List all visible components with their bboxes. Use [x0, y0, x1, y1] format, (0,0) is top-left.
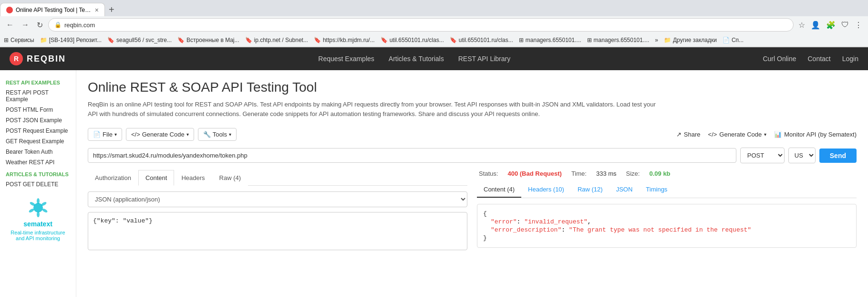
two-col: Authorization Content Headers Raw (4) JS…: [88, 170, 857, 250]
time-value: 333 ms: [596, 170, 617, 177]
svg-point-1: [37, 198, 40, 204]
size-label: Size:: [626, 170, 640, 177]
tab-bar: Online API Testing Tool | Test You... × …: [0, 0, 868, 16]
status-label: Status:: [479, 170, 498, 177]
address-bar-row: ← → ↻ 🔒 reqbin.com ☆ 👤 🧩 🛡 ⋮: [0, 16, 868, 33]
resp-close-brace: }: [483, 234, 487, 242]
bookmark-vstroennye[interactable]: 🔖 Встроенные в Maj...: [177, 37, 239, 43]
sidebar-item-post-request[interactable]: POST Request Example: [0, 126, 76, 136]
toolbar-row: 📄 File ▾ </> Generate Code ▾ 🔧 Tools ▾: [88, 128, 857, 141]
nav-right: Curl Online Contact Login: [763, 55, 858, 63]
tab-content[interactable]: Content: [138, 170, 175, 186]
shield-icon[interactable]: 🛡: [839, 20, 851, 30]
toolbar-left: 📄 File ▾ </> Generate Code ▾ 🔧 Tools ▾: [88, 128, 237, 141]
monitor-button[interactable]: 📊 Monitor API (by Sematext): [774, 131, 857, 138]
bookmark-util2[interactable]: 🔖 util.6550101.ru/clas...: [450, 37, 513, 43]
top-nav: R REQBIN Request Examples Articles & Tut…: [0, 47, 868, 70]
resp-tab-content[interactable]: Content (4): [477, 182, 521, 198]
resp-error-value: "invalid_request": [524, 218, 588, 225]
browser-chrome: Online API Testing Tool | Test You... × …: [0, 0, 868, 47]
logo-icon: R: [10, 52, 23, 65]
bookmark-seagull[interactable]: 🔖 seagull56 / svc_stre...: [107, 37, 172, 43]
nav-request-examples[interactable]: Request Examples: [318, 55, 374, 63]
sidebar-sematext: sematext Real-time infrastructure and AP…: [0, 190, 76, 249]
bookmark-sp[interactable]: 📄 Сп...: [723, 37, 744, 43]
extension-icon[interactable]: 🧩: [824, 20, 837, 31]
tab-close-icon[interactable]: ×: [95, 6, 99, 14]
sidebar-item-bearer[interactable]: Bearer Token Auth: [0, 147, 76, 157]
sidebar: REST API EXAMPLES REST API POST Example …: [0, 70, 76, 297]
bookmark-sb1493[interactable]: 📁 [SB-1493] Репозит...: [40, 37, 102, 43]
generate-code-right-button[interactable]: </> Generate Code ▾: [708, 131, 767, 138]
tab-favicon: [6, 7, 13, 13]
url-input[interactable]: [88, 148, 736, 163]
bookmark-other[interactable]: 📁 Другие закладки: [664, 37, 717, 43]
nav-links: Request Examples Articles & Tutorials RE…: [318, 55, 510, 63]
logo: R REQBIN: [10, 52, 66, 65]
file-button[interactable]: 📄 File ▾: [88, 128, 122, 141]
tools-label: Tools: [213, 131, 227, 138]
sidebar-item-get-request[interactable]: GET Request Example: [0, 136, 76, 147]
address-text: reqbin.com: [64, 21, 787, 29]
forward-button[interactable]: →: [19, 20, 31, 30]
back-button[interactable]: ←: [4, 20, 16, 30]
reload-button[interactable]: ↻: [34, 20, 45, 31]
response-body: { "error": "invalid_request", "error_des…: [477, 204, 857, 248]
send-button[interactable]: Send: [819, 148, 857, 163]
bookmark-ipchtp[interactable]: 🔖 ip.chtp.net / Subnet...: [245, 37, 308, 43]
bookmark-util1[interactable]: 🔖 util.6550101.ru/clas...: [381, 37, 444, 43]
tab-raw[interactable]: Raw (4): [212, 170, 248, 186]
share-label: Share: [684, 131, 701, 138]
bookmark-servisy[interactable]: ⊞ Сервисы: [4, 37, 34, 43]
response-panel: Status: 400 (Bad Request) Time: 333 ms S…: [477, 170, 857, 250]
response-tabs: Content (4) Headers (10) Raw (12) JSON T…: [477, 182, 857, 198]
nav-login[interactable]: Login: [842, 55, 858, 63]
share-icon: ↗: [676, 131, 682, 138]
generate-code-button-left[interactable]: </> Generate Code ▾: [126, 128, 194, 141]
resp-tab-timings[interactable]: Timings: [639, 182, 674, 198]
menu-icon[interactable]: ⋮: [853, 20, 864, 31]
new-tab-button[interactable]: +: [105, 4, 118, 15]
bookmark-mgr2[interactable]: ⊞ managers.6550101....: [587, 37, 650, 43]
json-editor[interactable]: {"key": "value"}: [88, 212, 467, 250]
svg-point-4: [37, 212, 40, 217]
method-select[interactable]: POST GET PUT DELETE: [740, 148, 785, 163]
resp-error-desc-key: "error_description": [491, 226, 561, 233]
sidebar-item-post-json[interactable]: POST JSON Example: [0, 115, 76, 126]
resp-tab-headers[interactable]: Headers (10): [521, 182, 571, 198]
tab-headers[interactable]: Headers: [174, 170, 212, 186]
sidebar-item-post-get-delete[interactable]: POST GET DELETE: [0, 179, 76, 190]
page-title: Online REST & SOAP API Testing Tool: [88, 80, 857, 95]
star-icon[interactable]: ☆: [796, 20, 807, 31]
file-chevron: ▾: [114, 132, 117, 137]
share-button[interactable]: ↗ Share: [676, 131, 701, 138]
resp-error-desc-value: "The grant type was not specified in the…: [569, 226, 751, 233]
resp-tab-raw[interactable]: Raw (12): [571, 182, 610, 198]
content-type-select[interactable]: JSON (application/json): [88, 191, 467, 207]
active-tab[interactable]: Online API Testing Tool | Test You... ×: [0, 3, 105, 16]
sidebar-item-post-example[interactable]: REST API POST Example: [0, 87, 76, 105]
region-select[interactable]: US EU: [788, 148, 816, 163]
nav-articles[interactable]: Articles & Tutorials: [389, 55, 444, 63]
main-content: REST API EXAMPLES REST API POST Example …: [0, 70, 868, 297]
nav-rest-library[interactable]: REST API Library: [458, 55, 510, 63]
request-panel: Authorization Content Headers Raw (4) JS…: [88, 170, 467, 250]
sidebar-item-post-html[interactable]: POST HTML Form: [0, 105, 76, 115]
generate-code-chevron: ▾: [186, 132, 189, 137]
content-area: Online REST & SOAP API Testing Tool ReqB…: [76, 70, 868, 297]
app: R REQBIN Request Examples Articles & Tut…: [0, 47, 868, 297]
address-bar[interactable]: 🔒 reqbin.com: [48, 18, 794, 32]
generate-code-right-label: Generate Code: [719, 131, 762, 138]
tab-authorization[interactable]: Authorization: [88, 170, 138, 186]
tools-button[interactable]: 🔧 Tools ▾: [198, 128, 237, 141]
bookmark-kb[interactable]: 🔖 https://kb.mjdm.ru/...: [314, 37, 375, 43]
resp-line-error-key: "error": "invalid_request",: [483, 218, 850, 225]
resp-tab-json[interactable]: JSON: [610, 182, 640, 198]
bookmark-mgr1[interactable]: ⊞ managers.6550101....: [519, 37, 581, 43]
monitor-label: Monitor API (by Sematext): [784, 131, 857, 138]
profile-icon[interactable]: 👤: [809, 20, 822, 31]
nav-curl-online[interactable]: Curl Online: [763, 55, 796, 63]
sidebar-item-weather[interactable]: Weather REST API: [0, 157, 76, 168]
nav-contact[interactable]: Contact: [807, 55, 830, 63]
bookmark-more[interactable]: »: [655, 37, 658, 43]
